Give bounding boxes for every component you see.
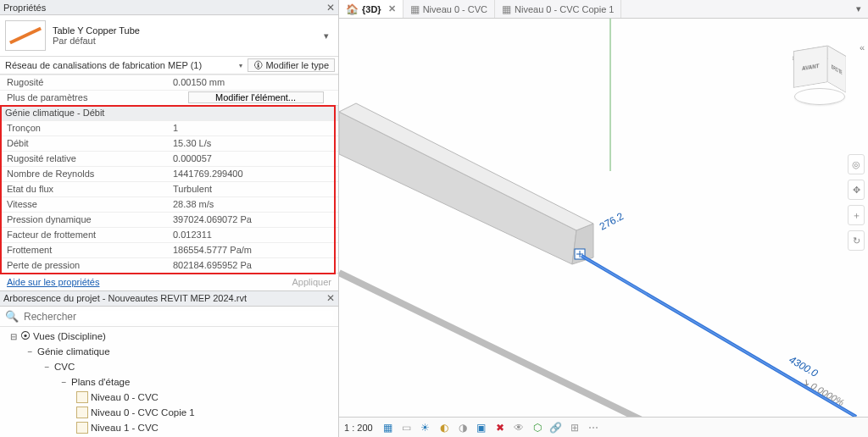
sb-link-icon[interactable]: 🔗 [549, 421, 563, 434]
view-tab[interactable]: ▦ Niveau 0 - CVC [403, 0, 495, 18]
slope-text: ↘ 0.0000% [800, 375, 846, 407]
sb-misc-icon[interactable]: ⋯ [587, 421, 600, 434]
apply-button[interactable]: Appliquer [292, 277, 331, 287]
param-value[interactable]: 28.38 m/s [170, 199, 338, 209]
param-label: Débit [0, 138, 170, 148]
tree-node[interactable]: CVC [54, 362, 75, 372]
dimension-text: 4300.0 [787, 353, 821, 379]
tree-node[interactable]: Génie climatique [37, 346, 110, 357]
tree-leaf[interactable]: Niveau 0 - CVC Copie 1 [91, 407, 195, 418]
param-value[interactable]: 0.00150 mm [170, 77, 338, 87]
param-label: Plus de paramètres [0, 92, 170, 102]
param-value[interactable]: 802184.695952 Pa [170, 260, 338, 270]
chevron-down-icon[interactable]: ▾ [320, 29, 333, 42]
tab-overflow-button[interactable]: ▾ [849, 0, 868, 18]
sb-reveal-icon[interactable]: 👁 [512, 421, 526, 434]
orbit-icon[interactable]: ↻ [848, 230, 865, 251]
steering-wheel-icon[interactable]: ◎ [848, 154, 865, 174]
view-cube[interactable]: ⌂ AVANT DROITE HAUT [790, 49, 849, 108]
collapse-arrow-icon[interactable]: « [860, 42, 865, 53]
viewport-canvas[interactable]: 276.2 4300.0 ↘ 0.0000% « ⌂ AVA [339, 19, 868, 417]
close-icon[interactable]: ✕ [326, 2, 335, 14]
param-value[interactable]: 0.012311 [170, 230, 338, 240]
view-tabs: 🏠 {3D} ✕ ▦ Niveau 0 - CVC ▦ Niveau 0 - C… [339, 0, 868, 19]
properties-panel-header: Propriétés ✕ [0, 0, 338, 15]
param-label: Rugosité relative [0, 153, 170, 163]
plan-icon: ▦ [502, 3, 511, 15]
edit-element-button[interactable]: Modifier l'élément... [188, 91, 324, 103]
properties-help-link[interactable]: Aide sur les propriétés [7, 277, 99, 287]
sb-detail-icon[interactable]: ▦ [381, 421, 395, 434]
sb-sun-icon[interactable]: ☀ [419, 421, 432, 434]
sb-analytical-icon[interactable]: ⬡ [531, 421, 544, 434]
edit-type-button[interactable]: 🛈 Modifier le type [248, 58, 335, 72]
view-tab-3d[interactable]: 🏠 {3D} ✕ [339, 0, 403, 18]
project-browser-header: Arborescence du projet - Nouveautes REVI… [0, 291, 338, 307]
param-label: Nombre de Reynolds [0, 169, 170, 179]
param-value[interactable]: 1441769.299400 [170, 169, 338, 179]
sb-render-icon[interactable]: ◑ [456, 421, 470, 434]
search-icon: 🔍 [5, 310, 19, 323]
param-value[interactable]: Turbulent [170, 184, 338, 194]
type-subtext: Par défaut [53, 36, 320, 46]
param-value[interactable]: 0.000057 [170, 153, 338, 163]
cube-face-front[interactable]: AVANT [793, 46, 828, 88]
svg-marker-1 [339, 112, 576, 264]
param-label: Perte de pression [0, 260, 170, 270]
home-icon: 🏠 [346, 3, 359, 15]
tree-node[interactable]: Plans d'étage [71, 377, 130, 387]
view-tab[interactable]: ▦ Niveau 0 - CVC Copie 1 [495, 0, 621, 18]
tree-node[interactable]: Vues (Discipline) [33, 331, 106, 341]
param-label: Tronçon [0, 123, 170, 133]
pan-icon[interactable]: ✥ [848, 180, 865, 200]
dimension-text: 276.2 [598, 210, 626, 233]
sb-crop-icon[interactable]: ▣ [475, 421, 488, 434]
chevron-down-icon[interactable]: ▾ [239, 62, 242, 69]
cube-face-right[interactable]: DROITE [828, 46, 847, 93]
sb-hide-icon[interactable]: ✖ [493, 421, 507, 434]
param-label: Pression dynamique [0, 214, 170, 224]
properties-title: Propriétés [3, 3, 46, 13]
tree-leaf[interactable]: Niveau 1 - CVC [91, 423, 159, 433]
param-label: Frottement [0, 245, 170, 255]
sb-constraint-icon[interactable]: ⊞ [568, 421, 581, 434]
floorplan-icon [76, 407, 88, 418]
view-scale[interactable]: 1 : 200 [344, 423, 373, 433]
sb-shadow-icon[interactable]: ◐ [437, 421, 451, 434]
param-value[interactable]: 15.30 L/s [170, 138, 338, 148]
project-browser-title: Arborescence du projet - Nouveautes REVI… [3, 293, 247, 303]
tree-leaf[interactable]: Niveau 0 - CVC [91, 392, 159, 402]
search-input[interactable] [24, 311, 333, 323]
type-thumbnail [5, 20, 46, 51]
param-label: Facteur de frottement [0, 230, 170, 240]
param-group-header[interactable]: Génie climatique - Débit [0, 105, 338, 120]
close-icon[interactable]: ✕ [326, 292, 335, 304]
plan-icon: ▦ [410, 3, 420, 15]
project-tree[interactable]: ⊟⦿Vues (Discipline) −Génie climatique −C… [0, 326, 338, 437]
floorplan-icon [76, 391, 88, 403]
param-value[interactable]: 397024.069072 Pa [170, 214, 338, 224]
param-label: Etat du flux [0, 184, 170, 194]
filter-label[interactable]: Réseau de canalisations de fabrication M… [5, 60, 202, 70]
floorplan-icon [76, 422, 88, 434]
svg-line-9 [339, 273, 678, 417]
param-value[interactable]: 186554.5777 Pa/m [170, 245, 338, 255]
param-label: Vitesse [0, 199, 170, 209]
view-status-bar: 1 : 200 ▦ ▭ ☀ ◐ ◑ ▣ ✖ 👁 ⬡ 🔗 ⊞ ⋯ [339, 417, 868, 437]
zoom-icon[interactable]: ＋ [848, 205, 865, 225]
close-icon[interactable]: ✕ [388, 3, 396, 14]
param-label: Rugosité [0, 77, 170, 87]
param-value[interactable]: 1 [170, 123, 338, 133]
type-name: Table Y Copper Tube [53, 25, 320, 36]
edit-type-icon: 🛈 [253, 60, 263, 70]
cube-compass-ring[interactable] [794, 88, 845, 105]
sb-model-icon[interactable]: ▭ [400, 421, 414, 434]
type-selector[interactable]: Table Y Copper Tube Par défaut ▾ [0, 15, 338, 57]
